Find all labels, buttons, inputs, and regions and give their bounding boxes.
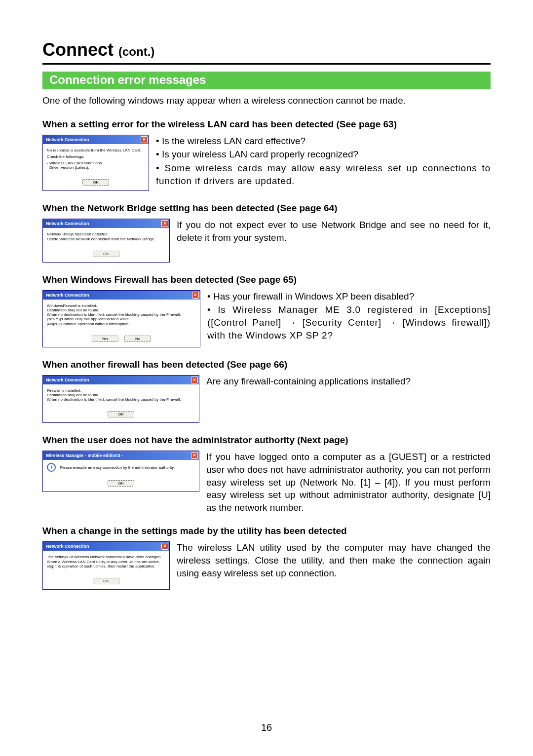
dialog-title: Network Connection [46, 221, 89, 226]
titlebar: Network Connection × [43, 376, 199, 384]
sec4-heading: When another firewall has been detected … [42, 359, 491, 370]
button-row: OK [43, 174, 149, 190]
titlebar: Wireless Manager - mobile edition3 - × [43, 451, 199, 460]
dlg-line: Please execute an easy connection by the… [60, 465, 175, 470]
dlg-line: [No(N)]:Continue operation without inter… [47, 322, 196, 326]
ok-button[interactable]: OK [82, 179, 109, 186]
bullet: Is the wireless LAN card effective? [156, 135, 491, 148]
ok-button[interactable]: OK [108, 411, 134, 417]
bullet: Is your wireless LAN card properly recog… [156, 148, 491, 161]
sec2-block: Network Connection × Network Bridge has … [42, 219, 491, 262]
close-icon[interactable]: × [191, 377, 198, 383]
dlg-line: Delete Wireless Network connection from … [47, 237, 165, 241]
button-row: OK [43, 406, 199, 422]
dialog-body: Firewall is installed. Destination may n… [43, 384, 199, 406]
dialog-title: Network Connection [46, 544, 89, 549]
close-icon[interactable]: × [161, 543, 168, 550]
dlg-line: When a Wireless LAN Card utility or any … [47, 560, 165, 564]
sec4-block: Network Connection × Firewall is install… [42, 375, 491, 423]
ok-button[interactable]: OK [93, 578, 119, 584]
dlg-line: Check the followings: [47, 154, 145, 159]
section-banner: Connection error messages [42, 72, 491, 89]
dialog-body: WindowsFirewall is installed. Destinatio… [43, 300, 200, 330]
intro-text: One of the following windows may appear … [42, 94, 491, 107]
button-row: OK [43, 245, 169, 262]
sec6-heading: When a change in the settings made by th… [42, 526, 491, 536]
sec5-block: Wireless Manager - mobile edition3 - × i… [42, 451, 491, 514]
dialog-title: Network Connection [46, 137, 89, 142]
sec4-text: Are any firewall-containing applications… [206, 375, 491, 388]
info-icon: i [47, 463, 56, 472]
dialog-admin: Wireless Manager - mobile edition3 - × i… [42, 451, 199, 492]
dlg-line: When no destination is identified, cance… [47, 312, 196, 317]
button-row: Yes No [43, 330, 200, 347]
yes-button[interactable]: Yes [92, 336, 118, 342]
sec2-text: If you do not expect ever to use Network… [177, 219, 491, 244]
close-icon[interactable]: × [192, 292, 199, 299]
no-button[interactable]: No [124, 336, 151, 342]
sec1-text: Is the wireless LAN card effective? Is y… [156, 135, 491, 189]
sec2-heading: When the Network Bridge setting has been… [42, 203, 491, 214]
document-page: Connect (cont.) Connection error message… [0, 0, 533, 621]
dlg-line: Network Bridge has been detected. [47, 232, 165, 236]
dialog-title: Wireless Manager - mobile edition3 - [46, 453, 123, 458]
close-icon[interactable]: × [161, 220, 168, 227]
button-row: OK [43, 475, 199, 491]
ok-button[interactable]: OK [93, 251, 119, 257]
dialog-body: i Please execute an easy connection by t… [43, 460, 199, 475]
titlebar: Network Connection × [43, 219, 169, 228]
dialog-body: Network Bridge has been detected. Delete… [43, 228, 169, 245]
button-row: OK [43, 572, 169, 589]
dlg-line: The settings of Wireless Network connect… [47, 555, 165, 559]
titlebar: Network Connection × [43, 291, 200, 300]
dlg-line: Destination may not be found. [47, 393, 195, 397]
sec1-block: Network Connection × No response is avai… [42, 135, 491, 191]
dialog-title: Network Connection [46, 378, 89, 382]
sec3-text: Has your firewall in Windows XP been dis… [207, 290, 491, 343]
dlg-line: - Driver version (Latest). [47, 165, 145, 170]
sec6-block: Network Connection × The settings of Wir… [42, 541, 491, 590]
dlg-line: Destination may not be found. [47, 308, 196, 312]
dialog-bridge: Network Connection × Network Bridge has … [42, 219, 170, 262]
ok-button[interactable]: OK [108, 480, 134, 487]
dlg-line: When no destination is identified, cance… [47, 397, 195, 402]
dialog-win-firewall: Network Connection × WindowsFirewall is … [42, 290, 200, 347]
dlg-line: stop the operation of such utilities, th… [47, 564, 165, 568]
sec3-heading: When Windows Firewall has been detected … [42, 274, 491, 285]
titlebar: Network Connection × [43, 135, 149, 144]
sec5-text: If you have logged onto a computer as a … [206, 451, 491, 514]
sec3-block: Network Connection × WindowsFirewall is … [42, 290, 491, 347]
sec1-heading: When a setting error for the wireless LA… [42, 119, 491, 130]
bullet: Has your firewall in Windows XP been dis… [207, 290, 491, 303]
dialog-title: Network Connection [46, 293, 89, 298]
bullet: Is Wireless Manager ME 3.0 registered in… [207, 303, 491, 341]
bullet: Some wireless cards may allow easy wirel… [156, 162, 491, 187]
dialog-other-firewall: Network Connection × Firewall is install… [42, 375, 199, 423]
close-icon[interactable]: × [191, 452, 198, 459]
dialog-utility: Network Connection × The settings of Wir… [42, 541, 170, 590]
dlg-line: Firewall is installed. [47, 388, 195, 393]
title-rule [42, 63, 491, 65]
dlg-line: WindowsFirewall is installed. [47, 303, 196, 308]
title-main: Connect [42, 39, 114, 60]
title-cont: (cont.) [118, 45, 154, 58]
titlebar: Network Connection × [43, 542, 169, 551]
close-icon[interactable]: × [141, 136, 148, 143]
sec6-text: The wireless LAN utility used by the com… [177, 541, 491, 579]
dlg-line: - Wireless LAN Card conditions. [47, 161, 145, 165]
sec5-heading: When the user does not have the administ… [42, 435, 491, 446]
dialog-body: The settings of Wireless Network connect… [43, 551, 169, 572]
dlg-line: No response is available from the Wirele… [47, 148, 145, 152]
dlg-line: [Yes(Y)]:Cancel only this application fo… [47, 317, 196, 321]
dialog-body: No response is available from the Wirele… [43, 144, 149, 174]
dialog-lan-error: Network Connection × No response is avai… [42, 135, 149, 191]
page-number: 16 [0, 722, 533, 733]
page-title: Connect (cont.) [42, 39, 491, 60]
